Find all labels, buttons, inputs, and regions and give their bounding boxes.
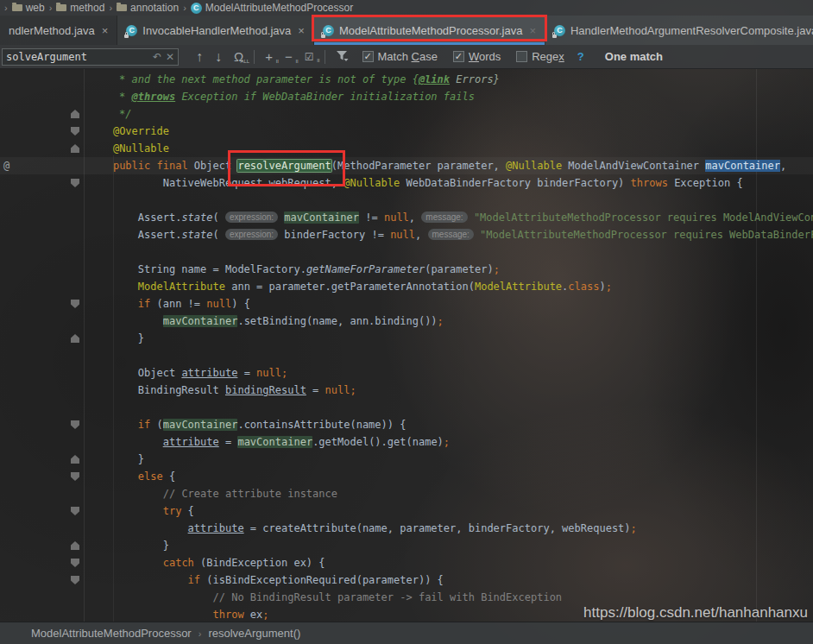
close-icon[interactable]: × — [102, 24, 109, 37]
search-query-text[interactable]: solveArgument — [6, 51, 148, 63]
code-token: @Nullable — [113, 142, 169, 155]
code-token: bindingResult — [225, 384, 306, 396]
code-token: mavContainer — [237, 436, 312, 448]
code-token: @link — [419, 73, 450, 85]
code-line — [0, 399, 813, 416]
code-token: public final — [113, 160, 188, 172]
filter-icon[interactable] — [336, 49, 349, 64]
code-token: WebDataBinderFactory binderFactory) — [400, 177, 630, 189]
code-token: = — [219, 436, 238, 448]
code-line: // Create attribute instance — [0, 485, 813, 502]
code-token: if — [138, 298, 150, 310]
fold-marker-up-icon[interactable] — [71, 144, 79, 153]
toggle-selection-icon[interactable]: ☑II — [305, 52, 314, 62]
fold-marker-up-icon[interactable] — [71, 110, 79, 118]
breadcrumb-item-method[interactable]: method — [56, 2, 104, 14]
checkbox-icon[interactable]: ✓ — [362, 51, 374, 62]
search-history-icon[interactable]: ↶ — [153, 51, 161, 63]
tab-InvocableHandlerMethod.java[interactable]: CInvocableHandlerMethod.java× — [117, 16, 314, 45]
code-token: mavContainer — [284, 212, 359, 224]
breadcrumb-item-web[interactable]: web — [12, 2, 45, 14]
code-token: if — [138, 419, 150, 431]
code-token — [88, 574, 188, 586]
previous-occurrence-icon[interactable]: ↑ — [196, 50, 203, 64]
regex-help-icon[interactable]: ? — [577, 50, 584, 63]
fold-marker-down-icon[interactable] — [71, 576, 79, 584]
add-selection-icon[interactable]: +II — [265, 50, 273, 63]
code-token: null — [390, 229, 415, 241]
fold-marker-down-icon[interactable] — [71, 179, 79, 187]
code-token — [88, 488, 163, 500]
code-line: } — [0, 330, 813, 347]
clear-search-icon[interactable]: ✕ — [166, 51, 174, 63]
status-breadcrumb-class[interactable]: ModelAttributeMethodProcessor — [31, 627, 192, 640]
code-token: (parameter) — [425, 263, 493, 275]
fold-marker-up-icon[interactable] — [71, 455, 79, 464]
search-toggle-words[interactable]: ✓Words — [453, 50, 501, 63]
tab-ModelAttributeMethodProcessor.java[interactable]: CModelAttributeMethodProcessor.java× — [314, 16, 545, 45]
code-token: ; — [494, 263, 500, 275]
search-toggle-regex[interactable]: Regex — [516, 50, 564, 63]
breadcrumb-label: ModelAttributeMethodProcessor — [205, 2, 353, 14]
fold-marker-down-icon[interactable] — [71, 507, 79, 515]
chevron-right-icon: › — [4, 3, 8, 13]
code-token — [88, 419, 138, 431]
checkbox-icon[interactable]: ✓ — [453, 51, 464, 62]
close-icon[interactable]: × — [529, 24, 536, 37]
code-token — [88, 160, 113, 172]
code-token: try — [163, 505, 182, 517]
fold-marker-down-icon[interactable] — [71, 300, 79, 308]
search-result-count: One match — [605, 50, 663, 63]
code-token — [88, 281, 138, 293]
code-token: resolveArgument — [237, 160, 331, 172]
code-token: null — [384, 212, 409, 224]
close-icon[interactable]: × — [298, 24, 305, 37]
breadcrumb-label: annotation — [130, 2, 179, 14]
code-line: BindingResult bindingResult = null; — [0, 382, 813, 399]
code-line — [0, 192, 813, 209]
remove-selection-icon[interactable]: −II — [285, 50, 293, 63]
checkbox-icon[interactable] — [516, 51, 527, 62]
code-token — [88, 436, 163, 448]
search-input[interactable]: solveArgument ↶ ✕ — [2, 48, 179, 66]
fold-marker-down-icon[interactable] — [71, 559, 79, 567]
code-token: catch — [163, 557, 194, 569]
class-icon: C — [126, 25, 137, 36]
code-line: attribute = mavContainer.getModel().get(… — [0, 433, 813, 451]
code-token: null — [325, 384, 350, 396]
code-token: mavContainer — [705, 160, 780, 172]
chevron-right-icon: › — [49, 3, 53, 13]
breadcrumb-item-modelattributemethodprocessor[interactable]: CModelAttributeMethodProcessor — [191, 2, 353, 14]
fold-marker-down-icon[interactable] — [71, 420, 79, 429]
breadcrumb-item-annotation[interactable]: annotation — [117, 2, 179, 14]
code-token: throw — [213, 609, 244, 621]
code-line — [0, 347, 813, 364]
code-token: (isBindExceptionRequired(parameter)) { — [200, 574, 444, 586]
code-token: (ann != — [150, 298, 206, 310]
status-breadcrumb-method[interactable]: resolveArgument() — [208, 627, 300, 640]
editor-tab-bar: ndlerMethod.java×CInvocableHandlerMethod… — [0, 16, 813, 45]
fold-marker-up-icon[interactable] — [71, 334, 79, 343]
code-editor[interactable]: * and the next method parameter is not o… — [0, 69, 813, 622]
fold-marker-down-icon[interactable] — [71, 472, 79, 481]
search-toggle-match-case[interactable]: ✓Match Case — [362, 50, 438, 63]
code-token: Object — [188, 160, 238, 172]
tab-ndlerMethod.java[interactable]: ndlerMethod.java× — [0, 16, 117, 45]
code-line: mavContainer.setBinding(name, ann.bindin… — [0, 313, 813, 330]
code-token: .containsAttribute(name)) { — [237, 419, 406, 431]
code-token — [88, 315, 163, 327]
code-token — [474, 229, 480, 241]
code-line: Assert.state( expression: binderFactory … — [0, 226, 813, 243]
fold-marker-up-icon[interactable] — [71, 541, 79, 550]
tab-HandlerMethodArgumentResolverComposite.java[interactable]: CHandlerMethodArgumentResolverComposite.… — [545, 16, 813, 45]
fold-marker-down-icon[interactable] — [71, 127, 79, 136]
code-token: state — [181, 229, 212, 241]
code-token: (MethodParameter parameter, — [331, 160, 506, 172]
next-occurrence-icon[interactable]: ↓ — [215, 50, 222, 64]
code-line — [0, 243, 813, 261]
code-token: "ModelAttributeMethodProcessor requires … — [480, 229, 813, 241]
code-line: @Nullable — [0, 140, 813, 157]
code-token: message: — [421, 212, 467, 223]
code-token: @throws — [132, 91, 176, 103]
select-all-occurrences-icon[interactable]: ΩALL — [234, 50, 243, 63]
